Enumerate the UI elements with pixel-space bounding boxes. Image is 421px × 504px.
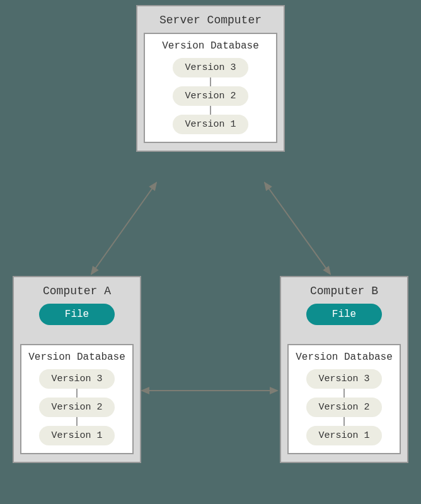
computer-b-version-database: Version Database Version 3 Version 2 Ver… <box>287 344 401 454</box>
computer-b-db-title: Version Database <box>294 352 395 363</box>
version-pill: Version 3 <box>39 369 115 389</box>
computer-a-db-title: Version Database <box>26 352 127 363</box>
server-title: Server Computer <box>144 14 277 26</box>
version-connector <box>210 106 211 115</box>
computer-a-version-database: Version Database Version 3 Version 2 Ver… <box>20 344 134 454</box>
version-connector <box>76 389 78 398</box>
version-pill: Version 1 <box>39 426 115 445</box>
file-pill: File <box>306 304 382 325</box>
version-connector <box>76 417 78 426</box>
version-connector <box>343 417 345 426</box>
server-version-database: Version Database Version 3 Version 2 Ver… <box>144 33 277 143</box>
file-pill: File <box>39 304 115 325</box>
version-connector <box>343 389 345 398</box>
computer-a-box: Computer A File Version Database Version… <box>13 276 141 463</box>
version-pill: Version 2 <box>39 398 115 417</box>
computer-a-title: Computer A <box>20 285 134 297</box>
version-pill: Version 1 <box>173 115 248 134</box>
svg-line-1 <box>265 183 330 274</box>
computer-b-box: Computer B File Version Database Version… <box>280 276 408 463</box>
version-pill: Version 1 <box>306 426 382 445</box>
server-computer-box: Server Computer Version Database Version… <box>136 5 285 152</box>
server-db-title: Version Database <box>150 40 271 52</box>
version-pill: Version 2 <box>173 86 248 106</box>
version-pill: Version 3 <box>306 369 382 389</box>
version-pill: Version 2 <box>306 398 382 417</box>
computer-b-title: Computer B <box>287 285 401 297</box>
version-connector <box>210 77 211 86</box>
svg-line-0 <box>91 183 156 274</box>
version-pill: Version 3 <box>173 58 248 77</box>
